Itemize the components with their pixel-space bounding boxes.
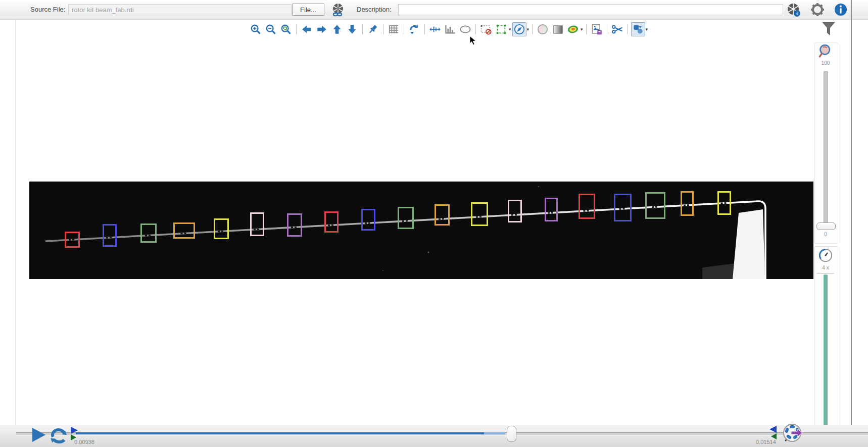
tracking-box-5[interactable] — [214, 218, 229, 239]
file-button[interactable]: File... — [292, 4, 324, 16]
zoom-slider-thumb[interactable] — [816, 222, 836, 230]
grid-icon-btn[interactable] — [387, 22, 401, 36]
shutter-info-icon[interactable]: i — [786, 3, 801, 20]
mouse-cursor — [469, 35, 477, 48]
region-select-icon[interactable] — [494, 22, 508, 36]
timeline-progress — [76, 432, 484, 434]
description-input[interactable] — [398, 4, 783, 15]
zoom-slider-track[interactable] — [824, 71, 828, 228]
tracking-box-4[interactable] — [173, 222, 195, 239]
tracking-box-16[interactable] — [614, 194, 632, 221]
gradient-map-icon[interactable] — [551, 22, 565, 36]
tracking-box-3[interactable] — [140, 224, 157, 243]
speed-clock-icon — [818, 248, 833, 265]
timeline-start-value: 0.00938 — [74, 439, 94, 445]
source-file-input[interactable] — [68, 4, 292, 15]
tracking-box-17[interactable] — [645, 192, 665, 219]
compass-dropdown[interactable]: ▾ — [527, 27, 529, 32]
pan-right-icon[interactable] — [315, 22, 329, 36]
rotate-view-icon[interactable] — [407, 22, 421, 36]
timeline-end-value: 0.01514 — [756, 439, 776, 445]
shutter-link-icon[interactable] — [331, 3, 345, 19]
tracking-box-11[interactable] — [435, 204, 450, 226]
vertical-separator — [851, 0, 852, 431]
filter-icon[interactable] — [821, 21, 836, 39]
main-toolbar: ▾ ▾ ▾ ▾ — [249, 22, 648, 37]
film-reel-icon[interactable] — [780, 422, 803, 447]
tracking-box-10[interactable] — [398, 207, 414, 229]
ellipse-tool-icon[interactable] — [458, 22, 472, 36]
speed-slider-max-tick — [817, 273, 834, 274]
window-left-border — [15, 0, 16, 447]
timeline-progress-light — [484, 432, 505, 434]
tracking-box-18[interactable] — [681, 191, 694, 216]
tracking-box-7[interactable] — [287, 213, 302, 237]
source-file-label: Source File: — [30, 6, 65, 13]
tracking-box-19[interactable] — [717, 191, 731, 215]
histogram-icon[interactable] — [443, 22, 457, 36]
zoom-out-icon[interactable] — [264, 22, 278, 36]
pin-icon[interactable] — [366, 22, 380, 36]
tracking-box-9[interactable] — [361, 209, 375, 231]
motion-analysis-icon[interactable] — [631, 22, 645, 36]
tracking-box-2[interactable] — [103, 224, 117, 247]
support-block — [733, 209, 765, 279]
zoom-in-icon[interactable] — [249, 22, 263, 36]
pan-down-icon[interactable] — [345, 22, 359, 36]
tracking-box-6[interactable] — [250, 212, 264, 236]
loop-button[interactable] — [49, 426, 69, 446]
play-button[interactable] — [31, 427, 46, 445]
header-bar: Source File: File... Description: — [0, 0, 868, 20]
signal-trace-icon[interactable] — [428, 22, 442, 36]
transport-bar — [0, 425, 868, 447]
speed-slider-track[interactable] — [824, 275, 828, 431]
info-icon[interactable] — [834, 3, 848, 19]
remove-point-icon[interactable] — [479, 22, 493, 36]
contour-map-icon[interactable] — [566, 22, 580, 36]
grid-icon — [389, 25, 398, 33]
zoom-magnifier-icon — [817, 43, 834, 62]
contour-dropdown[interactable]: ▾ — [581, 27, 583, 32]
speed-value-label: 4 x — [814, 265, 837, 271]
settings-gear-icon[interactable] — [810, 3, 825, 19]
pan-up-icon[interactable] — [330, 22, 344, 36]
tracking-box-12[interactable] — [471, 202, 488, 226]
zoom-reset-icon[interactable] — [279, 22, 293, 36]
video-frame-view[interactable] — [29, 182, 813, 279]
tracking-box-14[interactable] — [545, 198, 558, 221]
pan-left-icon[interactable] — [300, 22, 314, 36]
tracking-box-8[interactable] — [324, 211, 339, 233]
circle-overlay-icon[interactable] — [536, 22, 550, 36]
motion-dropdown[interactable]: ▾ — [646, 27, 648, 32]
zoom-min-label: 0 — [814, 232, 837, 237]
tracking-box-15[interactable] — [578, 194, 595, 219]
scissors-icon[interactable] — [610, 22, 624, 36]
timeline-thumb[interactable] — [507, 426, 516, 442]
region-select-dropdown[interactable]: ▾ — [509, 27, 511, 32]
tracking-box-1[interactable] — [65, 232, 80, 248]
export-image-icon[interactable] — [590, 22, 604, 36]
zoom-max-label: 100 — [814, 60, 837, 66]
tracking-box-13[interactable] — [508, 200, 522, 222]
description-label: Description: — [357, 6, 392, 13]
compass-tracking-icon[interactable] — [512, 22, 526, 36]
gradient-icon — [553, 25, 563, 34]
